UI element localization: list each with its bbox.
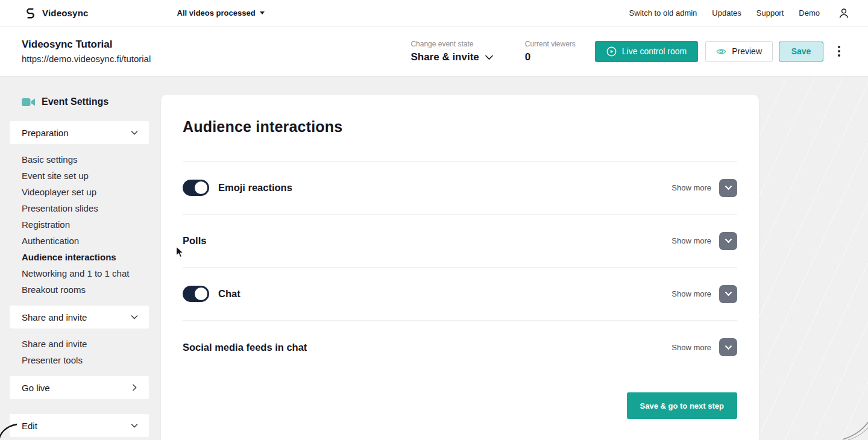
sidebar-item[interactable]: Share and invite [22,336,161,352]
sidebar-section: Go live [0,376,161,414]
logo-text: Videosync [42,8,89,18]
sidebar-section-items [0,399,161,414]
top-bar: Videosync All videos processed Switch to… [0,0,868,27]
save-next-step-button[interactable]: Save & go to next step [627,392,737,419]
feature-row-actions: Show more [671,285,737,303]
feature-row: Chat Show more [183,268,737,321]
sidebar-item[interactable]: Presentation slides [22,200,161,216]
event-url[interactable]: https://demo.videosync.fi/tutorial [22,54,151,64]
video-camera-icon [22,98,36,107]
expand-row-button[interactable] [719,285,737,303]
top-nav-link[interactable]: Updates [712,8,741,17]
sidebar-item[interactable]: Authentication [22,233,161,249]
feature-row: Polls Show more [183,215,737,268]
toggle-knob [195,288,207,300]
sidebar-section-items [0,437,161,440]
sidebar-section-header[interactable]: Share and invite [10,306,149,328]
feature-row: Social media feeds in chat Show more [183,321,737,374]
sidebar-item[interactable]: Networking and 1 to 1 chat [22,265,161,281]
current-viewers-value: 0 [525,51,576,63]
videos-processed-label: All videos processed [177,8,256,17]
sidebar-section-label: Preparation [22,128,69,138]
videos-processed-dropdown[interactable]: All videos processed [177,8,265,17]
expand-row-button[interactable] [719,338,737,356]
sidebar-item[interactable]: Breakout rooms [22,281,161,298]
sidebar-section: Preparation Basic settings Event site se… [0,121,161,306]
feature-row-actions: Show more [671,179,737,197]
show-more-link[interactable]: Show more [671,236,711,245]
expand-row-button[interactable] [719,179,737,197]
sidebar-section-header[interactable]: Edit [10,414,149,437]
account-menu[interactable] [838,7,850,19]
toggle-knob [195,181,207,194]
feature-label: Polls [183,235,206,247]
chevron-down-icon [725,345,732,350]
event-title-block: Videosync Tutorial https://demo.videosyn… [22,39,151,64]
chevron-down-icon [131,385,138,390]
save-button[interactable]: Save [779,42,823,61]
caret-down-icon [260,11,265,14]
sidebar-sections: Preparation Basic settings Event site se… [0,121,161,440]
app-root: Videosync All videos processed Switch to… [0,0,868,440]
feature-row: Emoji reactions Show more [183,162,737,215]
preview-button[interactable]: Preview [705,41,773,62]
person-icon [838,7,850,19]
header-actions: Change event state Share & invite Curren… [410,40,844,63]
audience-interactions-card: Audience interactions Emoji reactions Sh… [161,95,759,440]
videosync-logo-icon [24,7,37,19]
sidebar-section-label: Edit [22,421,37,431]
show-more-link[interactable]: Show more [671,289,711,298]
sidebar-title-text: Event Settings [42,96,108,107]
live-control-room-label: Live control room [622,46,687,56]
top-nav-link[interactable]: Switch to old admin [629,8,697,17]
event-state-dropdown[interactable]: Share & invite [410,51,493,63]
sidebar-item[interactable]: Event site set up [22,168,161,184]
top-links: Switch to old adminUpdatesSupportDemo [629,8,820,17]
top-nav-link[interactable]: Support [756,8,784,17]
play-circle-icon [606,46,617,57]
show-more-link[interactable]: Show more [671,343,711,352]
sidebar-section-label: Go live [22,383,50,393]
feature-toggle[interactable] [183,286,209,302]
sidebar-item[interactable]: Presenter tools [22,352,161,368]
sidebar-section-header[interactable]: Go live [10,376,149,399]
videosync-logo[interactable]: Videosync [24,7,89,19]
chevron-down-icon [131,423,138,428]
decorative-curve-bottom-right [842,420,868,440]
show-more-link[interactable]: Show more [671,183,711,192]
chevron-down-icon [725,238,732,244]
current-viewers-label: Current viewers [525,40,576,48]
sidebar-section-header[interactable]: Preparation [10,121,149,144]
event-title: Videosync Tutorial [22,39,151,51]
save-next-row: Save & go to next step [183,392,737,419]
event-header: Videosync Tutorial https://demo.videosyn… [0,27,868,77]
sidebar-section: Edit [0,414,161,440]
top-nav-link[interactable]: Demo [799,8,820,17]
eye-icon [716,48,726,55]
expand-row-button[interactable] [719,232,737,250]
page-title: Audience interactions [183,95,737,136]
preview-label: Preview [732,46,762,56]
sidebar-item[interactable]: Audience interactions [22,249,161,265]
sidebar-section: Share and invite Share and invite Presen… [0,306,161,376]
feature-label: Emoji reactions [218,182,292,193]
more-options-kebab-icon[interactable] [834,43,844,59]
change-event-state-label: Change event state [410,40,493,48]
live-control-room-button[interactable]: Live control room [595,41,698,62]
sidebar-item[interactable]: Basic settings [22,151,161,168]
sidebar-item[interactable]: Videoplayer set up [22,184,161,200]
feature-row-actions: Show more [671,338,737,356]
sidebar-section-items: Share and invite Presenter tools [0,328,161,376]
event-state-value: Share & invite [410,51,479,63]
save-label: Save [791,46,811,56]
chevron-down-icon [131,315,138,319]
sidebar-item[interactable]: Registration [22,216,161,233]
feature-toggle[interactable] [183,180,209,196]
feature-rows: Emoji reactions Show more Polls [183,162,737,374]
sidebar: Event Settings Preparation Basic setting… [0,77,161,440]
chevron-down-icon [725,291,732,297]
sidebar-section-items: Basic settings Event site set up Videopl… [0,144,161,306]
background-pattern [759,77,868,440]
sidebar-section-label: Share and invite [22,312,87,322]
chevron-down-icon [485,54,494,60]
